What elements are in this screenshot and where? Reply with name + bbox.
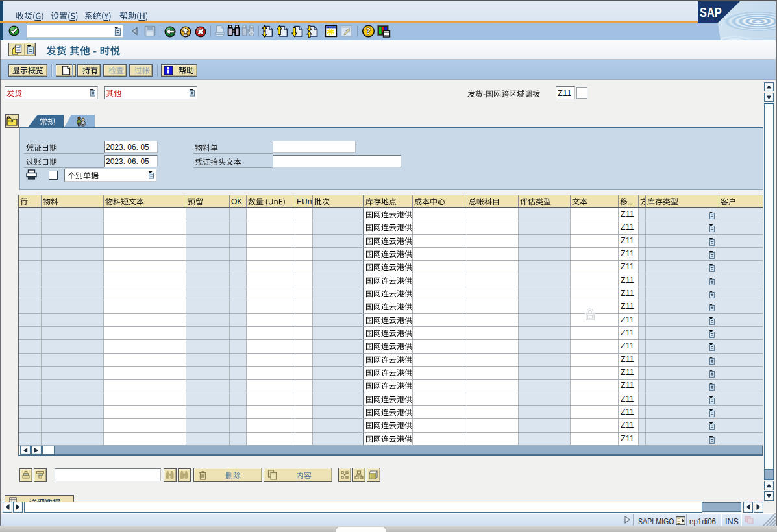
svg-text:?: ? <box>366 26 371 36</box>
